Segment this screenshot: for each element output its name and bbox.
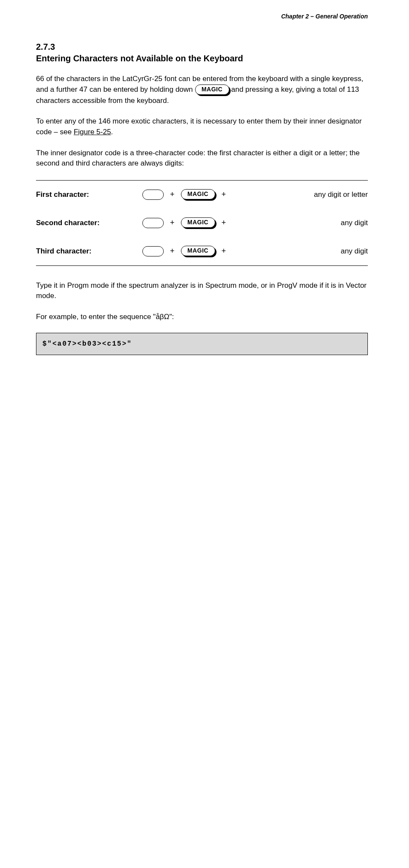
plus-icon: +	[221, 190, 226, 199]
table-row: Third character: + MAGIC + any digit	[36, 237, 368, 265]
designator-table: First character: + MAGIC + any digit or …	[36, 180, 368, 266]
section-title: Entering Characters not Available on the…	[36, 54, 368, 63]
designator-intro-paragraph: The inner designator code is a three-cha…	[36, 148, 368, 169]
magic-key-icon: MAGIC	[181, 189, 215, 200]
magic-key-icon: MAGIC	[181, 217, 215, 229]
table-row: Second character: + MAGIC + any digit	[36, 209, 368, 237]
exotic-tail: .	[111, 128, 113, 136]
row-value: any digit	[259, 237, 368, 265]
plus-icon: +	[170, 218, 174, 227]
magic-key-icon: MAGIC	[195, 84, 229, 96]
blank-key-icon	[142, 218, 164, 228]
example-code-box: $"<a07><b03><c15>"	[36, 333, 368, 355]
row-label: First character:	[36, 181, 142, 209]
row-value: any digit or letter	[259, 181, 368, 209]
row-value: any digit	[259, 209, 368, 237]
row-keys: + MAGIC +	[142, 237, 259, 265]
section-number: 2.7.3	[36, 42, 368, 52]
plus-icon: +	[170, 190, 174, 199]
row-keys: + MAGIC +	[142, 209, 259, 237]
blank-key-icon	[142, 190, 164, 200]
magic-key-icon: MAGIC	[181, 246, 215, 257]
plus-icon: +	[221, 218, 226, 227]
table-row: First character: + MAGIC + any digit or …	[36, 181, 368, 209]
row-label: Second character:	[36, 209, 142, 237]
example-lead-paragraph: For example, to enter the sequence "åβΩ"…	[36, 312, 368, 322]
figure-reference-link[interactable]: Figure 5-25	[74, 128, 111, 136]
exotic-paragraph: To enter any of the 146 more exotic char…	[36, 116, 368, 137]
row-keys: + MAGIC +	[142, 181, 259, 209]
mode-note-paragraph: Type it in Progm mode if the spectrum an…	[36, 280, 368, 301]
intro-paragraph: 66 of the characters in the LatCyrGr-25 …	[36, 74, 368, 106]
blank-key-icon	[142, 246, 164, 256]
row-label: Third character:	[36, 237, 142, 265]
plus-icon: +	[221, 247, 226, 256]
running-header-title: Chapter 2 – General Operation	[281, 13, 368, 20]
plus-icon: +	[170, 247, 174, 256]
